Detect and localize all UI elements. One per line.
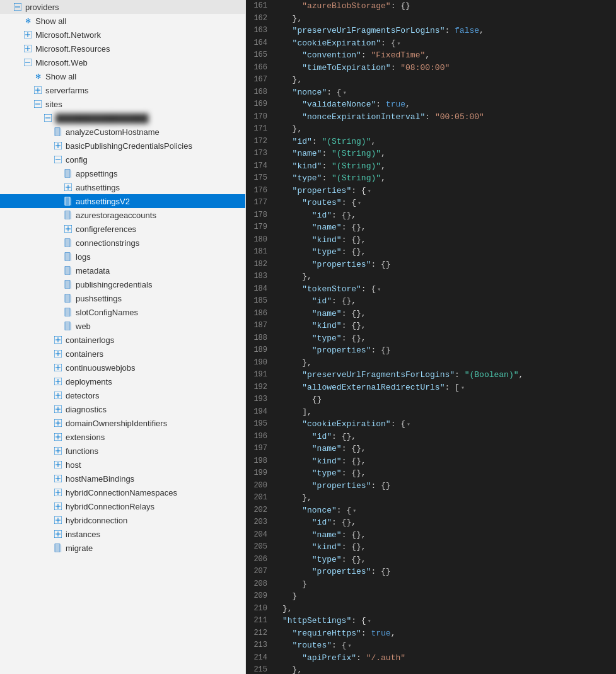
line-code: "nonce": {▾ <box>277 504 616 517</box>
tree-item-host[interactable]: host <box>0 458 245 472</box>
expand-icon <box>33 85 43 95</box>
tree-item-slotconfignames[interactable]: slotConfigNames <box>0 305 245 319</box>
code-line-185: 185 "id": {}, <box>246 295 616 308</box>
line-number: 164 <box>246 37 277 50</box>
line-code: }, <box>277 270 616 283</box>
tree-label-extensions: extensions <box>66 433 105 442</box>
tree-item-analyze-custom-hostname[interactable]: analyzeCustomHostname <box>0 125 245 139</box>
code-line-186: 186 "name": {}, <box>246 308 616 320</box>
code-line-183: 183 }, <box>246 270 616 283</box>
expand-icon <box>53 404 63 414</box>
tree-item-microsoft-network[interactable]: Microsoft.Network <box>0 28 245 42</box>
line-number: 214 <box>246 652 277 665</box>
tree-item-pushsettings[interactable]: pushsettings <box>0 291 245 305</box>
line-code: "azureBlobStorage": {} <box>277 0 616 13</box>
tree-label-hybridconnection: hybridconnection <box>66 516 127 525</box>
code-line-180: 180 "kind": {}, <box>246 234 616 247</box>
tree-item-hybridconnectionnamespaces[interactable]: hybridConnectionNamespaces <box>0 485 245 499</box>
tree-item-containers[interactable]: containers <box>0 347 245 361</box>
tree-item-basic-publishing[interactable]: basicPublishingCredentialsPolicies <box>0 139 245 153</box>
file-icon <box>63 265 73 276</box>
tree-label-containers: containers <box>66 349 103 359</box>
code-line-209: 209 } <box>246 590 616 603</box>
tree-item-appsettings[interactable]: appsettings <box>0 166 245 180</box>
tree-item-web[interactable]: web <box>0 319 245 333</box>
code-line-182: 182 "properties": {} <box>246 259 616 271</box>
tree-label-site-name: ████████████████ <box>55 113 148 123</box>
tree-label-pushsettings: pushsettings <box>76 294 122 303</box>
line-number: 215 <box>246 664 277 674</box>
tree-item-microsoft-web[interactable]: Microsoft.Web <box>0 55 245 69</box>
expand-icon <box>53 460 63 470</box>
line-number: 213 <box>246 639 277 652</box>
code-line-188: 188 "type": {}, <box>246 332 616 345</box>
tree-item-hybridconnection[interactable]: hybridconnection <box>0 513 245 527</box>
line-code: }, <box>277 603 616 615</box>
tree-item-show-all-1[interactable]: ✻Show all <box>0 14 245 28</box>
line-number: 184 <box>246 283 277 296</box>
tree-item-publishingcredentials[interactable]: publishingcredentials <box>0 277 245 291</box>
code-line-167: 167 }, <box>246 74 616 86</box>
tree-label-logs: logs <box>76 252 91 262</box>
svg-rect-98 <box>58 504 59 509</box>
tree-item-connectionstrings[interactable]: connectionstrings <box>0 236 245 250</box>
tree-item-detectors[interactable]: detectors <box>0 388 245 402</box>
line-code: "apiPrefix": "/.auth" <box>277 652 616 665</box>
tree-item-providers[interactable]: providers <box>0 0 245 14</box>
code-line-184: 184 "tokenStore": {▾ <box>246 283 616 296</box>
tree-item-show-all-2[interactable]: ✻Show all <box>0 69 245 83</box>
line-number: 172 <box>246 136 277 148</box>
line-code: }, <box>277 123 616 136</box>
tree-item-instances[interactable]: instances <box>0 527 245 541</box>
tree-item-authsettingsv2[interactable]: authsettingsV2 <box>0 194 245 208</box>
line-number: 169 <box>246 98 277 111</box>
tree-item-functions[interactable]: functions <box>0 444 245 458</box>
tree-item-hybridconnectionrelays[interactable]: hybridConnectionRelays <box>0 499 245 513</box>
tree-item-serverfarms[interactable]: serverfarms <box>0 83 245 97</box>
line-code: }, <box>277 492 616 504</box>
tree-item-authsettings[interactable]: authsettings <box>0 180 245 194</box>
svg-rect-29 <box>68 185 69 190</box>
line-code: } <box>277 578 616 591</box>
tree-item-hostnamebindings[interactable]: hostNameBindings <box>0 472 245 485</box>
line-number: 183 <box>246 270 277 283</box>
file-icon <box>63 210 73 220</box>
tree-item-extensions[interactable]: extensions <box>0 430 245 444</box>
expand-icon <box>23 30 33 40</box>
tree-item-config[interactable]: config <box>0 153 245 166</box>
tree-item-site-name[interactable]: ████████████████ <box>0 111 245 125</box>
code-line-211: 211"httpSettings": {▾ <box>246 615 616 627</box>
line-code: "preserveUrlFragmentsForLogins": "(Boole… <box>277 369 616 381</box>
line-code: "kind": {}, <box>277 320 616 332</box>
tree-item-domainownershipidentifiers[interactable]: domainOwnershipIdentifiers <box>0 416 245 430</box>
file-icon <box>53 543 63 553</box>
line-number: 192 <box>246 381 277 394</box>
tree-item-azurestorageaccounts[interactable]: azurestorageaccounts <box>0 208 245 222</box>
tree-label-host: host <box>66 460 81 470</box>
tree-label-instances: instances <box>66 530 100 539</box>
tree-item-configreferences[interactable]: configreferences <box>0 222 245 236</box>
line-code: "validateNonce": true, <box>277 98 616 111</box>
tree-item-sites[interactable]: sites <box>0 97 245 111</box>
code-line-168: 168 "nonce": {▾ <box>246 86 616 99</box>
tree-item-logs[interactable]: logs <box>0 250 245 264</box>
tree-item-metadata[interactable]: metadata <box>0 264 245 277</box>
file-tree-sidebar[interactable]: providers✻Show allMicrosoft.NetworkMicro… <box>0 0 246 674</box>
line-number: 175 <box>246 172 277 185</box>
tree-item-diagnostics[interactable]: diagnostics <box>0 402 245 416</box>
tree-item-deployments[interactable]: deployments <box>0 375 245 388</box>
expand-icon <box>53 349 63 359</box>
line-number: 197 <box>246 443 277 455</box>
tree-label-analyze-custom-hostname: analyzeCustomHostname <box>66 127 160 137</box>
expand-icon <box>53 529 63 539</box>
expand-icon <box>53 418 63 428</box>
code-line-191: 191 "preserveUrlFragmentsForLogins": "(B… <box>246 369 616 381</box>
tree-item-microsoft-resources[interactable]: Microsoft.Resources <box>0 42 245 55</box>
tree-item-migrate[interactable]: migrate <box>0 541 245 555</box>
tree-item-continuouswebjobs[interactable]: continuouswebjobs <box>0 361 245 375</box>
expand-icon <box>53 141 63 151</box>
line-code: "requireHttps": true, <box>277 627 616 640</box>
tree-item-containerlogs[interactable]: containerlogs <box>0 333 245 347</box>
line-code: {} <box>277 393 616 406</box>
tree-label-web: web <box>76 322 91 331</box>
